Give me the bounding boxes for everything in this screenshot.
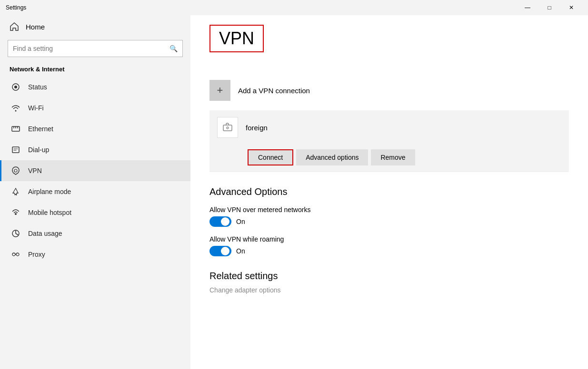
toggle-roaming-control: On bbox=[209, 246, 569, 256]
svg-point-10 bbox=[16, 253, 19, 256]
sidebar-item-label: Data usage bbox=[28, 230, 62, 237]
category-label: Network & Internet bbox=[0, 63, 190, 77]
svg-point-7 bbox=[15, 213, 17, 215]
svg-point-13 bbox=[227, 127, 229, 129]
plus-icon: + bbox=[217, 84, 223, 97]
sidebar-item-label: Airplane mode bbox=[28, 188, 71, 195]
sidebar-item-hotspot[interactable]: Mobile hotspot bbox=[0, 202, 190, 223]
titlebar: Settings — □ ✕ bbox=[0, 0, 588, 15]
home-icon bbox=[10, 22, 19, 31]
change-adapter-link[interactable]: Change adapter options bbox=[209, 286, 569, 294]
sidebar-item-label: Status bbox=[28, 83, 47, 91]
add-vpn-label: Add a VPN connection bbox=[238, 87, 310, 95]
close-button[interactable]: ✕ bbox=[560, 0, 582, 15]
sidebar-item-vpn[interactable]: VPN bbox=[0, 160, 190, 181]
connect-button[interactable]: Connect bbox=[248, 149, 293, 165]
sidebar-item-label: Mobile hotspot bbox=[28, 209, 71, 216]
add-vpn-row[interactable]: + Add a VPN connection bbox=[209, 75, 569, 106]
sidebar-item-label: Dial-up bbox=[28, 146, 49, 154]
svg-rect-6 bbox=[12, 147, 19, 153]
vpn-entry-icon bbox=[217, 117, 238, 138]
vpn-entry-card: foreign Connect Advanced options Remove bbox=[209, 110, 569, 172]
toggle-metered[interactable] bbox=[209, 216, 231, 227]
status-icon bbox=[11, 82, 20, 92]
wifi-icon bbox=[11, 103, 20, 113]
toggle-metered-state: On bbox=[236, 218, 245, 225]
search-box[interactable]: 🔍 bbox=[8, 40, 183, 57]
vpn-entry-name: foreign bbox=[246, 124, 268, 132]
sidebar-item-proxy[interactable]: Proxy bbox=[0, 244, 190, 265]
ethernet-icon bbox=[11, 124, 20, 134]
home-label: Home bbox=[26, 23, 45, 31]
sidebar-item-label: Proxy bbox=[28, 251, 45, 258]
vpn-entry-top: foreign bbox=[209, 110, 569, 145]
toggle-roaming[interactable] bbox=[209, 246, 231, 256]
toggle-roaming-label: Allow VPN while roaming bbox=[209, 235, 569, 243]
sidebar-item-home[interactable]: Home bbox=[0, 15, 190, 38]
dialup-icon bbox=[11, 145, 20, 155]
add-vpn-icon: + bbox=[209, 80, 230, 101]
vpn-entry-buttons: Connect Advanced options Remove bbox=[209, 145, 569, 172]
page-header: VPN bbox=[209, 25, 569, 64]
sidebar-item-label: Ethernet bbox=[28, 125, 53, 133]
minimize-button[interactable]: — bbox=[517, 0, 538, 15]
search-icon: 🔍 bbox=[169, 45, 178, 52]
datausage-icon bbox=[11, 229, 20, 238]
advanced-options-title: Advanced Options bbox=[209, 186, 569, 197]
toggle-metered-label: Allow VPN over metered networks bbox=[209, 206, 569, 214]
sidebar-item-airplane[interactable]: Airplane mode bbox=[0, 181, 190, 202]
proxy-icon bbox=[11, 250, 20, 259]
sidebar-item-datausage[interactable]: Data usage bbox=[0, 223, 190, 244]
remove-button[interactable]: Remove bbox=[371, 149, 415, 165]
sidebar-item-label: Wi-Fi bbox=[28, 104, 44, 112]
main-content: VPN + Add a VPN connection foreign Conne… bbox=[190, 15, 588, 369]
window-title: Settings bbox=[6, 4, 517, 11]
window-controls: — □ ✕ bbox=[517, 0, 582, 15]
search-input[interactable] bbox=[13, 45, 166, 52]
svg-rect-12 bbox=[223, 125, 232, 131]
airplane-icon bbox=[11, 187, 20, 196]
page-title: VPN bbox=[209, 25, 264, 52]
app-body: Home 🔍 Network & Internet Status Wi-Fi bbox=[0, 15, 588, 369]
svg-point-9 bbox=[12, 253, 15, 256]
toggle-roaming-row: Allow VPN while roaming On bbox=[209, 235, 569, 256]
sidebar-item-label: VPN bbox=[28, 167, 42, 175]
vpn-icon bbox=[11, 166, 20, 175]
maximize-button[interactable]: □ bbox=[538, 0, 560, 15]
toggle-roaming-state: On bbox=[236, 247, 245, 255]
related-settings-title: Related settings bbox=[209, 271, 569, 282]
sidebar-item-dialup[interactable]: Dial-up bbox=[0, 139, 190, 160]
toggle-metered-control: On bbox=[209, 216, 569, 227]
hotspot-icon bbox=[11, 208, 20, 217]
sidebar-item-ethernet[interactable]: Ethernet bbox=[0, 118, 190, 139]
sidebar-item-status[interactable]: Status bbox=[0, 77, 190, 97]
advanced-options-button[interactable]: Advanced options bbox=[296, 149, 368, 165]
sidebar-item-wifi[interactable]: Wi-Fi bbox=[0, 97, 190, 118]
sidebar: Home 🔍 Network & Internet Status Wi-Fi bbox=[0, 15, 190, 369]
svg-point-1 bbox=[14, 86, 17, 88]
toggle-metered-row: Allow VPN over metered networks On bbox=[209, 206, 569, 227]
